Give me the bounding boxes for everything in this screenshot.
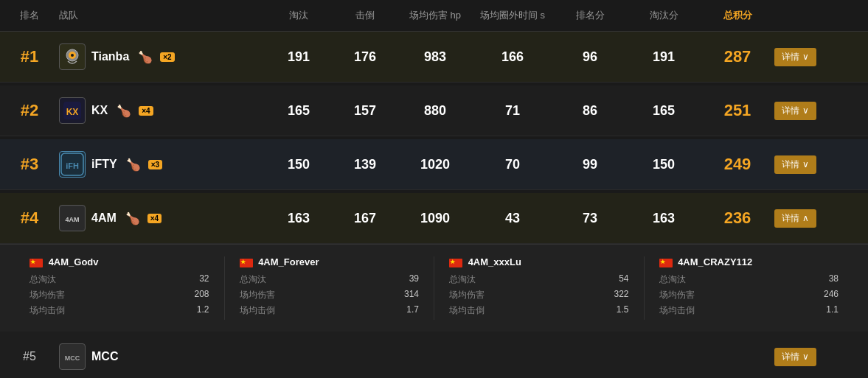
detail-button[interactable]: 详情 ∨ — [774, 48, 816, 66]
detail-button[interactable]: 详情 ∨ — [774, 348, 816, 366]
elim-pts: 165 — [627, 103, 701, 119]
table-row: #5 MCC MCC 详情 ∨ — [0, 332, 868, 378]
detail-button[interactable]: 详情 ∨ — [774, 102, 816, 120]
stat-row: 场均击倒 1.7 — [240, 304, 420, 317]
chevron-down-icon: ∨ — [802, 52, 809, 62]
row-4am-container: #4 4AM 4AM 🍗 ×4 163 167 1090 43 73 163 2… — [0, 193, 868, 332]
player-name: 4AM_Godv — [29, 256, 209, 267]
stat-row: 总淘汰 54 — [449, 273, 629, 286]
table-row: #2 KX KX 🍗 ×4 165 157 880 71 86 165 251 … — [0, 85, 868, 136]
table-header: 排名 战队 淘汰 击倒 场均伤害 hp 场均圈外时间 s 排名分 淘汰分 总积分 — [0, 0, 868, 32]
header-rankscore: 排名分 — [553, 9, 627, 22]
leaderboard-table: 排名 战队 淘汰 击倒 场均伤害 hp 场均圈外时间 s 排名分 淘汰分 总积分… — [0, 0, 868, 378]
stat-row: 总淘汰 32 — [29, 273, 209, 286]
stat-row: 场均击倒 1.1 — [659, 304, 839, 317]
flag-icon — [659, 259, 673, 267]
rank-score: 99 — [553, 157, 627, 172]
elim-score: 191 — [265, 49, 332, 65]
detail-cell[interactable]: 详情 ∨ — [774, 48, 833, 66]
team-logo: 4AM — [59, 205, 86, 231]
stat-row: 总淘汰 38 — [659, 273, 839, 286]
table-row: #3 iFH iFTY 🍗 ×3 150 139 1020 70 99 150 … — [0, 139, 868, 190]
team-cell: iFH iFTY 🍗 ×3 — [59, 151, 265, 178]
player-card: 4AM_Forever 总淘汰 39 场均伤害 314 场均击倒 1.7 — [225, 256, 435, 320]
stat-row: 场均伤害 246 — [659, 289, 839, 301]
team-name: KX — [91, 104, 108, 117]
rank-display: #5 — [0, 350, 59, 363]
player-card: 4AM_xxxLu 总淘汰 54 场均伤害 322 场均击倒 1.5 — [434, 256, 645, 320]
table-row: #1 Tianba 🍗 ×2 191 176 983 166 96 191 28… — [0, 32, 868, 83]
rank-display: #1 — [0, 47, 59, 66]
chevron-up-icon: ∧ — [802, 213, 809, 223]
detail-cell[interactable]: 详情 ∨ — [774, 155, 833, 174]
flag-icon — [29, 259, 43, 267]
flag-icon — [240, 259, 253, 267]
team-cell: 4AM 4AM 🍗 ×4 — [59, 205, 265, 231]
detail-cell[interactable]: 详情 ∨ — [774, 348, 833, 366]
stat-row: 场均伤害 322 — [449, 289, 629, 301]
kills-score: 176 — [332, 49, 398, 65]
svg-text:KX: KX — [66, 107, 79, 117]
team-cell: Tianba 🍗 ×2 — [59, 43, 265, 70]
chevron-down-icon: ∨ — [802, 351, 809, 362]
elim-score: 163 — [265, 211, 332, 226]
player-card: 4AM_CRAZY112 总淘汰 38 场均伤害 246 场均击倒 1.1 — [645, 256, 854, 320]
damage-score: 880 — [398, 103, 472, 119]
elim-score: 165 — [265, 103, 332, 119]
chicken-icon: 🍗 — [125, 211, 140, 225]
rank-score: 96 — [553, 49, 627, 65]
detail-cell[interactable]: 详情 ∧ — [774, 209, 833, 228]
total-score: 236 — [701, 209, 774, 228]
team-logo: MCC — [59, 343, 86, 370]
circle-score: 166 — [472, 49, 553, 65]
chevron-down-icon: ∨ — [802, 159, 809, 169]
player-dropdown: 4AM_Godv 总淘汰 32 场均伤害 208 场均击倒 1.2 — [0, 244, 868, 332]
stat-row: 总淘汰 39 — [240, 273, 420, 286]
team-logo: iFH — [59, 151, 86, 178]
elim-score: 150 — [265, 157, 332, 172]
team-logo: KX — [59, 97, 86, 124]
svg-text:iFH: iFH — [66, 161, 79, 170]
team-logo — [59, 43, 86, 70]
player-name: 4AM_Forever — [240, 256, 420, 267]
damage-score: 1090 — [398, 211, 472, 226]
player-name: 4AM_CRAZY112 — [659, 256, 839, 267]
team-name: iFTY — [91, 158, 117, 171]
stat-row: 场均伤害 208 — [29, 289, 209, 301]
stat-row: 场均击倒 1.2 — [29, 304, 209, 317]
total-score: 251 — [701, 101, 774, 120]
circle-score: 70 — [472, 157, 553, 172]
rank-score: 73 — [553, 211, 627, 226]
total-score: 249 — [701, 155, 774, 174]
chicken-icon: 🍗 — [117, 104, 131, 118]
elim-pts: 191 — [627, 49, 701, 65]
detail-cell[interactable]: 详情 ∨ — [774, 102, 833, 120]
header-elimscore: 淘汰分 — [627, 9, 701, 22]
team-name: 4AM — [91, 211, 117, 225]
header-team: 战队 — [59, 9, 265, 22]
header-elim: 淘汰 — [265, 9, 332, 22]
circle-score: 71 — [472, 103, 553, 119]
header-total: 总积分 — [701, 9, 774, 22]
chicken-count: ×4 — [139, 106, 153, 116]
rank-display: #4 — [0, 209, 59, 228]
elim-pts: 163 — [627, 211, 701, 226]
chevron-down-icon: ∨ — [802, 105, 809, 116]
chicken-count: ×3 — [148, 160, 162, 169]
table-row: #4 4AM 4AM 🍗 ×4 163 167 1090 43 73 163 2… — [0, 193, 868, 244]
player-card: 4AM_Godv 总淘汰 32 场均伤害 208 场均击倒 1.2 — [15, 256, 225, 320]
header-damage: 场均伤害 hp — [398, 9, 472, 22]
elim-pts: 150 — [627, 157, 701, 172]
detail-button[interactable]: 详情 ∨ — [774, 155, 816, 174]
header-kills: 击倒 — [332, 9, 398, 22]
total-score: 287 — [701, 47, 774, 66]
rank-display: #3 — [0, 155, 59, 174]
header-circle: 场均圈外时间 s — [472, 9, 553, 22]
team-name: Tianba — [91, 50, 129, 63]
detail-button[interactable]: 详情 ∧ — [774, 209, 816, 228]
stat-row: 场均击倒 1.5 — [449, 304, 629, 317]
damage-score: 983 — [398, 49, 472, 65]
stat-row: 场均伤害 314 — [240, 289, 420, 301]
team-cell: KX KX 🍗 ×4 — [59, 97, 265, 124]
svg-text:MCC: MCC — [65, 354, 80, 362]
